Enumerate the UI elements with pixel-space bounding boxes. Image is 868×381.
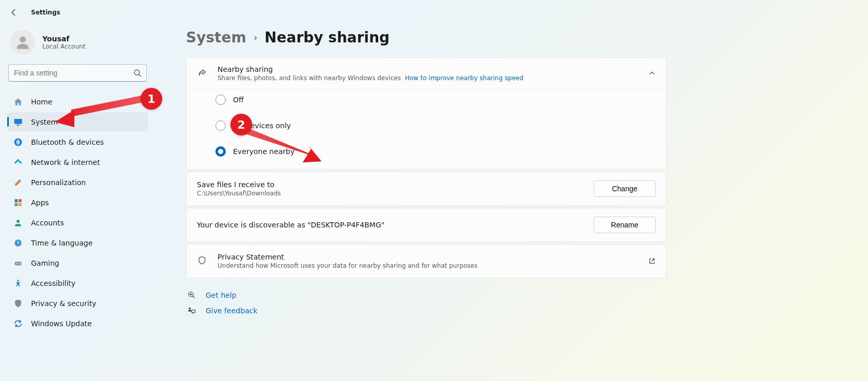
sidebar-item-gaming[interactable]: Gaming xyxy=(7,253,148,272)
privacy-subtitle: Understand how Microsoft uses your data … xyxy=(218,262,638,269)
rename-button[interactable]: Rename xyxy=(594,217,656,233)
sharing-radio-group: Off My devices only Everyone nearby xyxy=(187,89,666,169)
share-icon xyxy=(197,68,207,79)
sidebar-item-accounts[interactable]: Accounts xyxy=(7,213,148,232)
avatar xyxy=(10,30,35,55)
save-title: Save files I receive to xyxy=(197,180,583,189)
get-help-link[interactable]: Get help xyxy=(187,291,847,300)
system-icon xyxy=(13,117,23,127)
sidebar-item-label: Time & language xyxy=(31,239,92,247)
back-icon[interactable] xyxy=(9,8,19,17)
sidebar-item-label: Apps xyxy=(31,199,49,207)
svg-rect-2 xyxy=(14,119,22,124)
svg-point-12 xyxy=(16,263,17,264)
sidebar-item-bluetooth[interactable]: Bluetooth & devices xyxy=(7,132,148,151)
external-link-icon xyxy=(648,257,656,265)
breadcrumb-parent[interactable]: System xyxy=(186,29,246,46)
radio-icon xyxy=(215,146,226,157)
nearby-sharing-card: Nearby sharing Share files, photos, and … xyxy=(186,57,667,170)
save-location-card: Save files I receive to C:\Users\Yousaf\… xyxy=(186,172,667,206)
update-icon xyxy=(13,319,23,328)
svg-rect-5 xyxy=(14,199,18,202)
sidebar-item-label: Accessibility xyxy=(31,279,75,287)
footer-links: Get help Give feedback xyxy=(186,291,847,315)
sidebar-item-label: System xyxy=(31,118,58,126)
accessibility-icon xyxy=(13,279,23,288)
chevron-up-icon xyxy=(648,70,656,77)
svg-point-16 xyxy=(190,294,192,295)
titlebar: Settings xyxy=(0,0,868,23)
change-button[interactable]: Change xyxy=(594,180,656,197)
sidebar-item-update[interactable]: Windows Update xyxy=(7,314,148,333)
sidebar: Yousaf Local Account Home System Bluetoo… xyxy=(0,23,155,381)
radio-label: Off xyxy=(233,96,244,104)
time-icon xyxy=(13,238,23,248)
network-icon xyxy=(13,158,23,167)
sidebar-item-accessibility[interactable]: Accessibility xyxy=(7,273,148,293)
discoverable-text: Your device is discoverable as "DESKTOP-… xyxy=(197,221,583,229)
bluetooth-icon xyxy=(13,138,23,147)
link-label: Give feedback xyxy=(206,307,257,315)
user-block[interactable]: Yousaf Local Account xyxy=(7,28,148,64)
page-title: Nearby sharing xyxy=(265,29,390,46)
svg-point-14 xyxy=(17,280,19,281)
accounts-icon xyxy=(13,218,23,227)
radio-everyone[interactable]: Everyone nearby xyxy=(215,146,656,157)
svg-rect-11 xyxy=(14,262,22,266)
apps-icon xyxy=(13,198,23,207)
privacy-card[interactable]: Privacy Statement Understand how Microso… xyxy=(186,244,667,278)
privacy-icon xyxy=(13,299,23,308)
give-feedback-link[interactable]: Give feedback xyxy=(187,306,847,315)
svg-point-13 xyxy=(19,263,20,264)
search-input[interactable] xyxy=(8,64,147,82)
card-subtitle: Share files, photos, and links with near… xyxy=(218,74,638,82)
help-link[interactable]: How to improve nearby sharing speed xyxy=(405,74,523,82)
sidebar-item-time[interactable]: Time & language xyxy=(7,233,148,252)
feedback-icon xyxy=(187,306,196,315)
search-wrap xyxy=(8,64,147,82)
nearby-sharing-expander[interactable]: Nearby sharing Share files, photos, and … xyxy=(187,58,666,89)
svg-point-1 xyxy=(134,70,140,75)
chevron-right-icon: › xyxy=(254,32,257,43)
sidebar-item-personalization[interactable]: Personalization xyxy=(7,173,148,192)
shield-icon xyxy=(197,255,207,267)
link-label: Get help xyxy=(206,291,237,299)
svg-point-0 xyxy=(20,36,26,42)
sidebar-item-label: Privacy & security xyxy=(31,299,96,308)
gaming-icon xyxy=(13,258,23,268)
personalization-icon xyxy=(13,178,23,187)
save-path: C:\Users\Yousaf\Downloads xyxy=(197,190,583,197)
home-icon xyxy=(13,97,23,106)
search-icon xyxy=(133,69,142,77)
radio-off[interactable]: Off xyxy=(215,95,656,105)
sidebar-item-label: Personalization xyxy=(31,178,86,187)
sidebar-item-privacy[interactable]: Privacy & security xyxy=(7,294,148,313)
user-name: Yousaf xyxy=(42,35,85,43)
svg-rect-3 xyxy=(17,125,20,126)
radio-icon xyxy=(215,95,226,105)
help-icon xyxy=(187,291,196,300)
sidebar-item-network[interactable]: Network & internet xyxy=(7,153,148,172)
radio-label: Everyone nearby xyxy=(233,147,295,156)
sidebar-item-system[interactable]: System xyxy=(7,112,148,131)
app-title: Settings xyxy=(31,9,60,16)
svg-rect-8 xyxy=(19,203,22,206)
sidebar-item-label: Windows Update xyxy=(31,319,92,328)
privacy-title: Privacy Statement xyxy=(218,253,638,261)
svg-rect-7 xyxy=(14,203,18,206)
breadcrumb: System › Nearby sharing xyxy=(186,29,847,46)
card-title: Nearby sharing xyxy=(218,65,638,73)
sidebar-item-label: Bluetooth & devices xyxy=(31,138,104,146)
svg-rect-18 xyxy=(192,310,195,313)
sidebar-item-home[interactable]: Home xyxy=(7,92,148,111)
discoverable-card: Your device is discoverable as "DESKTOP-… xyxy=(186,208,667,242)
nav: Home System Bluetooth & devices Network … xyxy=(7,92,148,333)
sidebar-item-label: Home xyxy=(31,98,52,106)
user-subtitle: Local Account xyxy=(42,43,85,50)
svg-point-9 xyxy=(17,220,20,223)
sidebar-item-label: Network & internet xyxy=(31,158,100,166)
svg-point-17 xyxy=(189,308,191,310)
sidebar-item-apps[interactable]: Apps xyxy=(7,193,148,212)
radio-my-devices[interactable]: My devices only xyxy=(215,120,656,131)
main-content: System › Nearby sharing Nearby sharing S… xyxy=(155,23,868,381)
